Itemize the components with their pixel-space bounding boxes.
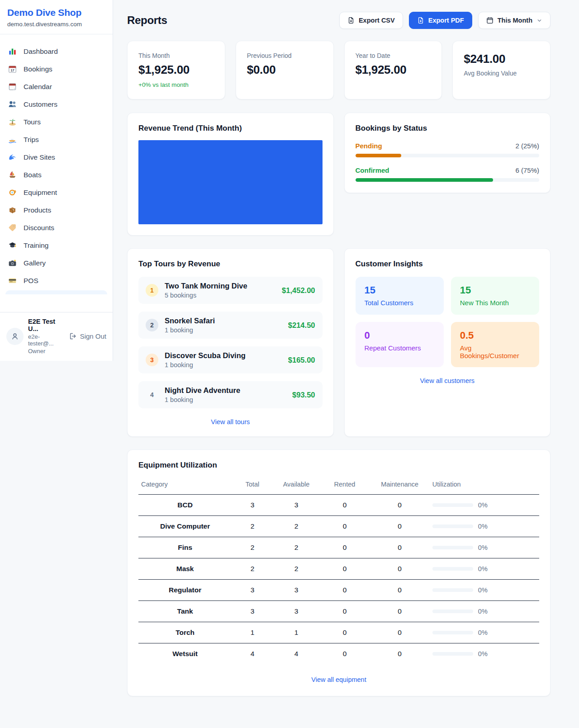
cell-category: Tank — [138, 601, 232, 622]
utilization-percent: 0% — [478, 629, 488, 636]
sidebar-item-products[interactable]: Products — [4, 201, 109, 219]
sign-out-button[interactable]: Sign Out — [69, 332, 106, 340]
utilization-bar — [432, 588, 473, 592]
tour-name: Discover Scuba Diving — [165, 351, 282, 360]
export-pdf-button[interactable]: Export PDF — [409, 12, 472, 29]
table-row: Fins 2 2 0 0 0% — [138, 537, 539, 558]
table-row: BCD 3 3 0 0 0% — [138, 495, 539, 516]
equipment-table: Category Total Available Rented Maintena… — [138, 477, 539, 664]
sidebar-item-gallery[interactable]: Gallery — [4, 254, 109, 272]
insight-value: 0.5 — [460, 330, 530, 341]
calendar-icon — [486, 17, 494, 24]
tour-revenue: $93.50 — [292, 391, 315, 399]
status-value: 6 (75%) — [515, 166, 539, 174]
main-content: Reports Export CSV Export PDF This Month… — [113, 0, 579, 714]
cell-total: 3 — [232, 580, 273, 601]
people-icon — [8, 100, 17, 109]
bar-chart-icon — [8, 47, 17, 56]
cell-rented: 0 — [319, 516, 370, 537]
sidebar-item-bookings[interactable]: 17 Bookings — [4, 60, 109, 78]
column-header-category: Category — [138, 477, 232, 495]
tour-revenue: $214.50 — [288, 321, 315, 330]
file-download-icon — [417, 17, 424, 24]
status-bar-track — [356, 178, 540, 182]
status-bar-fill — [356, 154, 402, 157]
period-dropdown[interactable]: This Month — [478, 12, 551, 29]
sidebar-header: Demo Dive Shop demo.test.divestreams.com — [0, 0, 113, 34]
utilization-bar — [432, 503, 473, 507]
stats-row: This Month $1,925.00 +0% vs last month P… — [127, 41, 551, 99]
cell-category: BCD — [138, 495, 232, 516]
top-tours-title: Top Tours by Revenue — [138, 260, 323, 269]
cell-category: Regulator — [138, 580, 232, 601]
utilization-percent: 0% — [478, 501, 488, 509]
utilization-bar — [432, 631, 473, 634]
tour-bookings: 1 booking — [165, 326, 282, 334]
insight-label: Repeat Customers — [365, 344, 435, 352]
user-name: E2E Test U... — [28, 318, 65, 332]
sidebar-item-customers[interactable]: Customers — [4, 95, 109, 113]
status-bar-fill — [356, 178, 494, 182]
sidebar-item-pos[interactable]: POS — [4, 272, 109, 289]
user-meta: E2E Test U... e2e-tester@... Owner — [28, 318, 65, 355]
export-csv-button[interactable]: Export CSV — [339, 12, 403, 29]
sidebar-item-training[interactable]: Training — [4, 236, 109, 254]
column-header-utilization: Utilization — [430, 477, 539, 495]
insight-tile-avg-bookings: 0.5 Avg Bookings/Customer — [451, 322, 539, 367]
export-csv-label: Export CSV — [359, 17, 395, 24]
cell-available: 1 — [273, 622, 320, 643]
stat-label: This Month — [138, 52, 214, 59]
sidebar-item-tours[interactable]: Tours — [4, 113, 109, 131]
sidebar-item-label: POS — [24, 277, 38, 285]
sidebar-item-calendar[interactable]: Calendar — [4, 78, 109, 95]
insight-value: 15 — [365, 284, 435, 296]
column-header-maintenance: Maintenance — [370, 477, 430, 495]
cell-maintenance: 0 — [370, 516, 430, 537]
sidebar-item-dive-sites[interactable]: Dive Sites — [4, 148, 109, 166]
cell-rented: 0 — [319, 622, 370, 643]
cell-available: 3 — [273, 580, 320, 601]
utilization-bar — [432, 567, 473, 571]
sidebar-item-equipment[interactable]: Equipment — [4, 184, 109, 201]
view-all-equipment-link[interactable]: View all equipment — [138, 676, 539, 683]
cell-category: Wetsuit — [138, 643, 232, 665]
insight-label: New This Month — [460, 299, 530, 307]
sidebar-item-boats[interactable]: Boats — [4, 166, 109, 184]
tour-list: 1 Two Tank Morning Dive5 bookings $1,452… — [138, 277, 323, 408]
sidebar-item-label: Dashboard — [24, 47, 58, 56]
stat-value: $1,925.00 — [356, 63, 431, 77]
cell-maintenance: 0 — [370, 622, 430, 643]
view-all-customers-link[interactable]: View all customers — [356, 377, 540, 384]
sidebar-item-trips[interactable]: Trips — [4, 131, 109, 148]
utilization-percent: 0% — [478, 608, 488, 615]
stat-card-year-to-date: Year to Date $1,925.00 — [344, 41, 442, 99]
table-row: Regulator 3 3 0 0 0% — [138, 580, 539, 601]
sidebar-item-label: Discounts — [24, 224, 54, 232]
sidebar-item-label: Customers — [24, 100, 57, 109]
cell-maintenance: 0 — [370, 643, 430, 665]
person-icon — [11, 332, 19, 340]
cell-available: 4 — [273, 643, 320, 665]
sidebar-item-dashboard[interactable]: Dashboard — [4, 43, 109, 60]
sign-out-icon — [69, 332, 77, 340]
insights-row: Top Tours by Revenue 1 Two Tank Morning … — [127, 248, 551, 437]
export-pdf-label: Export PDF — [428, 17, 464, 24]
cell-total: 3 — [232, 601, 273, 622]
user-panel: E2E Test U... e2e-tester@... Owner Sign … — [0, 312, 113, 361]
tour-name: Night Dive Adventure — [165, 386, 286, 395]
sidebar-nav: Dashboard 17 Bookings Calendar Customers… — [0, 34, 113, 312]
stat-value: $241.00 — [464, 52, 539, 66]
view-all-tours-link[interactable]: View all tours — [138, 418, 323, 425]
table-row: Dive Computer 2 2 0 0 0% — [138, 516, 539, 537]
status-row-confirmed: Confirmed 6 (75%) — [356, 166, 540, 182]
table-row: Tank 3 3 0 0 0% — [138, 601, 539, 622]
cell-available: 3 — [273, 495, 320, 516]
cell-category: Dive Computer — [138, 516, 232, 537]
sidebar-item-discounts[interactable]: Discounts — [4, 219, 109, 236]
file-download-icon — [347, 17, 355, 24]
cell-rented: 0 — [319, 495, 370, 516]
status-label: Pending — [356, 142, 382, 150]
sidebar-item-reports-partial[interactable] — [5, 290, 107, 294]
cell-rented: 0 — [319, 580, 370, 601]
sidebar-item-label: Boats — [24, 171, 42, 179]
